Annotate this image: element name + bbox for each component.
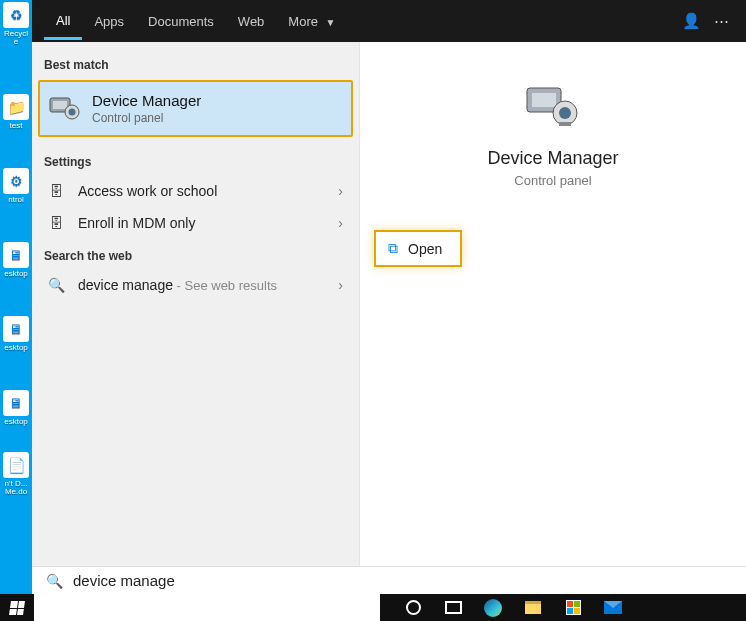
tab-more-label: More: [288, 14, 318, 29]
tab-documents[interactable]: Documents: [136, 4, 226, 38]
desktop-icon-label: n't D... Me.do: [2, 480, 30, 496]
desktop-icon-label: Recycle: [2, 30, 30, 46]
desktop-icon-recycle[interactable]: ♻ Recycle: [2, 2, 30, 46]
svg-point-3: [69, 108, 76, 115]
shortcut-icon: 🖥: [3, 242, 29, 268]
tab-more[interactable]: More ▼: [276, 4, 347, 38]
search-results-pane: Best match Device Manager Control panel …: [32, 42, 360, 566]
tab-web[interactable]: Web: [226, 4, 277, 38]
detail-title: Device Manager: [487, 148, 618, 169]
taskbar-app-mail[interactable]: [602, 597, 624, 619]
shortcut-icon: ⚙: [3, 168, 29, 194]
search-icon: 🔍: [44, 277, 68, 293]
detail-subtitle: Control panel: [514, 173, 591, 188]
svg-rect-8: [559, 122, 571, 126]
recycle-bin-icon: ♻: [3, 2, 29, 28]
folder-icon: 📁: [3, 94, 29, 120]
taskbar-app-explorer[interactable]: [522, 597, 544, 619]
taskbar-app-edge[interactable]: [482, 597, 504, 619]
web-search-row[interactable]: 🔍 device manage - See web results ›: [32, 269, 359, 301]
settings-row-label: Access work or school: [78, 183, 334, 199]
cortana-button[interactable]: [402, 597, 424, 619]
search-icon: 🔍: [46, 573, 63, 589]
search-input-row[interactable]: 🔍: [32, 566, 746, 594]
tab-all[interactable]: All: [44, 3, 82, 40]
desktop-icon[interactable]: 📁 test: [2, 94, 30, 130]
task-view-button[interactable]: [442, 597, 464, 619]
best-match-title: Device Manager: [92, 92, 201, 109]
search-scope-tabs: All Apps Documents Web More ▼ 👤 ⋯: [32, 0, 746, 42]
mail-icon: [604, 601, 622, 614]
start-button[interactable]: [0, 594, 34, 621]
web-search-text: device manage - See web results: [78, 277, 334, 293]
chevron-right-icon: ›: [334, 183, 347, 199]
desktop-icon[interactable]: 🖥 esktop: [2, 316, 30, 352]
web-hint: - See web results: [173, 278, 277, 293]
desktop-icon-label: esktop: [4, 418, 28, 426]
desktop-icons: ♻ Recycle 📁 test ⚙ ntrol 🖥 esktop 🖥 eskt…: [0, 0, 32, 502]
open-icon: ⧉: [388, 240, 398, 257]
microsoft-store-icon: [566, 600, 581, 615]
settings-row-enroll-mdm[interactable]: 🗄 Enroll in MDM only ›: [32, 207, 359, 239]
open-button[interactable]: ⧉ Open: [374, 230, 462, 267]
svg-point-7: [559, 107, 571, 119]
chevron-right-icon: ›: [334, 215, 347, 231]
file-explorer-icon: [525, 601, 541, 614]
section-settings: Settings: [32, 145, 359, 175]
search-input[interactable]: [73, 572, 738, 589]
edge-icon: [484, 599, 502, 617]
taskbar-app-store[interactable]: [562, 597, 584, 619]
desktop-icon[interactable]: 📄 n't D... Me.do: [2, 452, 30, 496]
taskbar: [0, 594, 746, 621]
shortcut-icon: 🖥: [3, 316, 29, 342]
chevron-right-icon: ›: [334, 277, 347, 293]
cortana-icon: [406, 600, 421, 615]
more-options-icon[interactable]: ⋯: [706, 12, 736, 30]
result-detail-pane: Device Manager Control panel ⧉ Open: [360, 42, 746, 566]
desktop-icon[interactable]: 🖥 esktop: [2, 390, 30, 426]
settings-row-access-work[interactable]: 🗄 Access work or school ›: [32, 175, 359, 207]
best-match-result[interactable]: Device Manager Control panel: [38, 80, 353, 137]
open-button-label: Open: [408, 241, 442, 257]
desktop-icon-label: ntrol: [8, 196, 24, 204]
briefcase-icon: 🗄: [44, 215, 68, 231]
device-manager-icon: [48, 94, 82, 124]
desktop-icon-label: esktop: [4, 344, 28, 352]
web-query: device manage: [78, 277, 173, 293]
desktop-icon[interactable]: 🖥 esktop: [2, 242, 30, 278]
desktop-icon-label: test: [10, 122, 23, 130]
desktop-icon-label: esktop: [4, 270, 28, 278]
svg-rect-5: [532, 93, 556, 107]
tab-apps[interactable]: Apps: [82, 4, 136, 38]
section-search-web: Search the web: [32, 239, 359, 269]
feedback-icon[interactable]: 👤: [676, 12, 706, 30]
shortcut-icon: 🖥: [3, 390, 29, 416]
windows-logo-icon: [9, 601, 25, 615]
device-manager-large-icon: [523, 82, 583, 132]
settings-row-label: Enroll in MDM only: [78, 215, 334, 231]
task-view-icon: [445, 601, 462, 614]
taskbar-pinned-apps: [380, 597, 624, 619]
best-match-subtitle: Control panel: [92, 111, 201, 125]
taskbar-search-area[interactable]: [34, 594, 380, 621]
section-best-match: Best match: [32, 48, 359, 78]
chevron-down-icon: ▼: [326, 17, 336, 28]
svg-rect-1: [53, 101, 67, 109]
briefcase-icon: 🗄: [44, 183, 68, 199]
document-icon: 📄: [3, 452, 29, 478]
desktop-icon[interactable]: ⚙ ntrol: [2, 168, 30, 204]
